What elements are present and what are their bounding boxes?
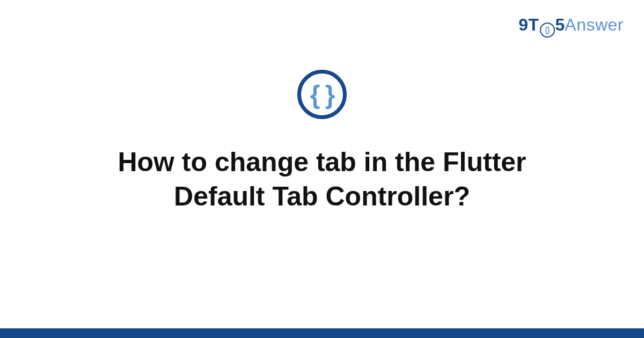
footer-bar xyxy=(0,328,644,338)
code-icon: { } xyxy=(297,70,347,119)
main-content: { } How to change tab in the Flutter Def… xyxy=(0,70,644,214)
site-logo: 9T {} 5 Answer xyxy=(518,15,624,35)
logo-text-5: 5 xyxy=(555,15,565,35)
braces-icon: { } xyxy=(310,80,334,109)
question-title: How to change tab in the Flutter Default… xyxy=(54,145,590,214)
logo-text-9t: 9T xyxy=(518,15,539,35)
logo-o-circle: {} xyxy=(540,23,555,38)
logo-text-answer: Answer xyxy=(565,15,624,35)
logo-o-braces-icon: {} xyxy=(545,26,550,34)
